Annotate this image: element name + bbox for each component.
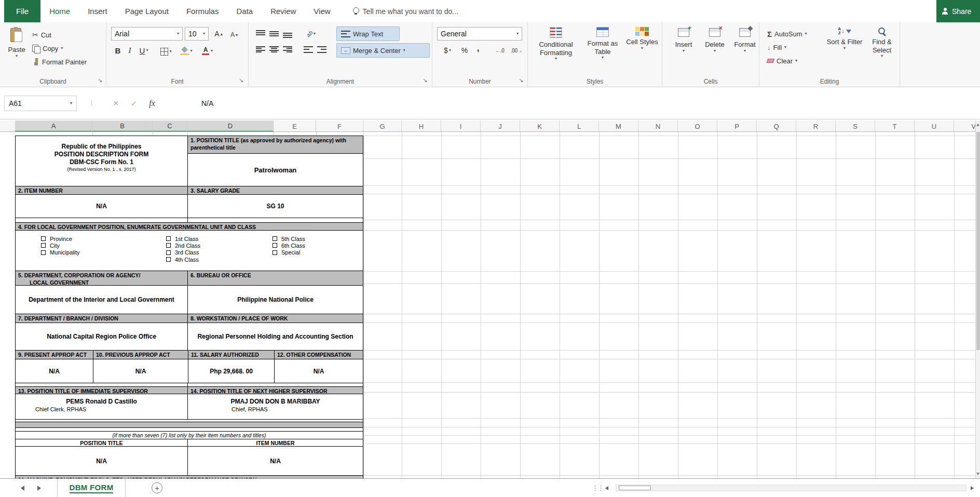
formula-input[interactable]: N/A (201, 96, 213, 111)
column-header-N[interactable]: N (638, 120, 678, 132)
decrease-decimal-button[interactable]: .00→ (509, 44, 524, 57)
tab-view[interactable]: View (305, 0, 339, 22)
item-number-value[interactable]: N/A (187, 447, 363, 475)
column-header-O[interactable]: O (678, 120, 717, 132)
fill-button[interactable]: ↓ Fill ▾ (767, 41, 786, 53)
increase-font-size-button[interactable]: A▴ (212, 28, 225, 39)
checkbox-icon[interactable] (166, 236, 171, 241)
scroll-down-icon[interactable] (976, 473, 979, 476)
percent-style-button[interactable]: % (459, 44, 470, 57)
cancel-button[interactable]: ✕ (108, 96, 124, 111)
clipboard-dialog-launcher-icon[interactable]: ↘ (96, 77, 104, 84)
enter-button[interactable]: ✓ (126, 96, 142, 111)
orientation-button[interactable]: ab▾ (302, 28, 320, 39)
field-15-note[interactable]: (if more than seven (7) list only by the… (16, 431, 363, 439)
field-7-value[interactable]: National Capital Region Police Office (16, 323, 187, 350)
borders-button[interactable]: ▾ (158, 46, 174, 57)
column-header-G[interactable]: G (363, 120, 402, 132)
column-header-F[interactable]: F (316, 120, 363, 132)
column-header-Q[interactable]: Q (757, 120, 796, 132)
font-size-combo[interactable]: 10▾ (185, 27, 209, 41)
field-15-band[interactable] (16, 422, 363, 428)
field-1-value[interactable]: Patrolwoman (188, 154, 363, 186)
hscroll-right-button[interactable] (968, 484, 977, 492)
cell-styles-button[interactable]: Cell Styles ▾ (626, 27, 658, 50)
checkbox-item[interactable]: Special (273, 249, 305, 256)
position-title-header[interactable]: POSITION TITLE (16, 439, 187, 446)
alignment-dialog-launcher-icon[interactable]: ↘ (421, 77, 429, 84)
align-bottom-button[interactable] (281, 28, 294, 39)
insert-cells-button[interactable]: + Insert ▾ (670, 28, 698, 53)
column-header-J[interactable]: J (481, 120, 520, 132)
field-4-checkbox-area[interactable]: ProvinceCityMunicipality 1st Class2nd Cl… (16, 231, 363, 271)
field-6-value[interactable]: Philippine National Police (187, 286, 363, 314)
tell-me-box[interactable]: Tell me what you want to do... (353, 0, 458, 22)
wrap-text-button[interactable]: Wrap Text (336, 26, 400, 41)
checkbox-icon[interactable] (166, 250, 171, 255)
position-title-value[interactable]: N/A (16, 447, 187, 475)
vertical-scrollbar[interactable] (975, 120, 980, 478)
name-box[interactable]: A61 ▾ (4, 96, 77, 111)
field-1-label[interactable]: 1. POSITION TITLE (as approved by author… (188, 136, 363, 154)
tab-data[interactable]: Data (227, 0, 262, 22)
format-cells-button[interactable]: ◆ Format ▾ (731, 28, 759, 53)
delete-cells-button[interactable]: × Delete ▾ (701, 28, 729, 53)
new-sheet-button[interactable]: + (152, 482, 162, 493)
checkbox-icon[interactable] (273, 236, 277, 241)
field-16-label[interactable]: 16. MACHINE, EQUIPMENT, TOOLS, ETC., USE… (16, 476, 363, 478)
column-header-K[interactable]: K (520, 120, 560, 132)
checkbox-item[interactable]: 1st Class (166, 235, 200, 242)
field-9-value[interactable]: N/A (16, 359, 93, 383)
insert-function-button[interactable]: fx (144, 96, 160, 111)
sort-filter-button[interactable]: AZ↓ Sort & Filter ▾ (826, 27, 863, 50)
checkbox-item[interactable]: Province (41, 235, 79, 242)
checkbox-icon[interactable] (166, 243, 171, 248)
increase-indent-button[interactable] (316, 44, 328, 55)
checkbox-item[interactable]: 6th Class (273, 242, 305, 249)
field-2-label[interactable]: 2. ITEM NUMBER (16, 186, 187, 194)
column-header-I[interactable]: I (441, 120, 481, 132)
conditional-formatting-button[interactable]: Conditional Formatting ▾ (534, 27, 578, 61)
font-dialog-launcher-icon[interactable]: ↘ (237, 77, 245, 84)
column-header-U[interactable]: U (915, 120, 954, 132)
align-center-button[interactable] (268, 44, 280, 55)
italic-button[interactable]: I (125, 44, 135, 57)
field-2-value[interactable]: N/A (16, 195, 187, 218)
field-13-value[interactable]: PEMS Ronald D Castillo Chief Clerk, RPHA… (16, 394, 187, 419)
field-5-value[interactable]: Department of the Interior and Local Gov… (16, 286, 187, 314)
column-header-B[interactable]: B (92, 120, 153, 132)
tab-file[interactable]: File (4, 0, 40, 22)
field-8-value[interactable]: Regional Personnel Holding and Accountin… (187, 323, 363, 350)
number-dialog-launcher-icon[interactable]: ↘ (517, 77, 525, 84)
number-format-combo[interactable]: General▾ (437, 27, 522, 41)
column-header-R[interactable]: R (796, 120, 836, 132)
fill-color-button[interactable]: ▾ (178, 45, 195, 57)
field-10-label[interactable]: 10. PREVIOUS APPROP ACT (93, 351, 188, 359)
comma-style-button[interactable]: , (472, 42, 484, 55)
clear-button[interactable]: Clear ▾ (767, 55, 797, 67)
underline-button[interactable]: U▾ (136, 44, 152, 57)
font-family-combo[interactable]: Arial▾ (111, 27, 183, 41)
column-header-T[interactable]: T (875, 120, 915, 132)
checkbox-item[interactable]: 4th Class (166, 256, 200, 263)
align-middle-button[interactable] (268, 28, 280, 39)
horizontal-scrollbar-thumb[interactable] (619, 486, 651, 490)
checkbox-item[interactable]: 3rd Class (166, 249, 200, 256)
cut-button[interactable]: ✂ Cut (32, 29, 51, 41)
hscroll-left-button[interactable] (602, 484, 611, 492)
tab-insert[interactable]: Insert (79, 0, 116, 22)
format-as-table-button[interactable]: Format as Table ▾ (582, 27, 623, 60)
field-9-label[interactable]: 9. PRESENT APPROP ACT (16, 351, 93, 359)
field-12-value[interactable]: N/A (274, 359, 363, 383)
field-14-value[interactable]: PMAJ DON DON B MARIBBAY Chief, RPHAS (187, 394, 363, 419)
field-3-value[interactable]: SG 10 (187, 195, 363, 218)
increase-decimal-button[interactable]: ←.0 (492, 44, 508, 57)
checkbox-item[interactable]: 5th Class (273, 235, 305, 242)
field-10-value[interactable]: N/A (93, 359, 188, 383)
field-11-value[interactable]: Php 29,668. 00 (188, 359, 274, 383)
column-header-S[interactable]: S (836, 120, 875, 132)
checkbox-item[interactable]: City (41, 242, 79, 249)
share-button[interactable]: Share (936, 0, 980, 22)
checkbox-icon[interactable] (273, 250, 277, 255)
checkbox-icon[interactable] (166, 257, 171, 262)
